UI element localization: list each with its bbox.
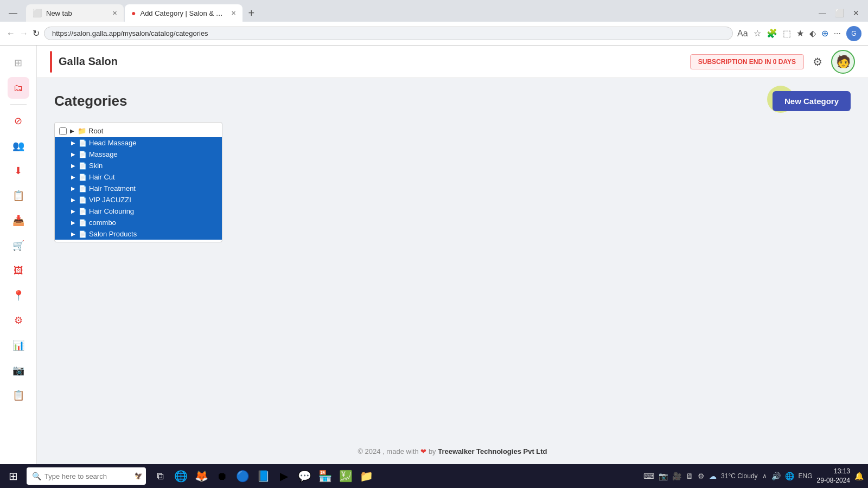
bookmark-icon[interactable]: ☆ <box>754 28 761 38</box>
tab-title: New tab <box>46 9 72 17</box>
page-header: Categories New Category <box>54 91 851 111</box>
item-toggle-1[interactable]: ▶ <box>70 151 76 157</box>
search-input[interactable] <box>44 472 131 480</box>
item-file-icon-3: 📄 <box>79 174 87 181</box>
cloud-icon[interactable]: ☁ <box>709 472 717 480</box>
item-toggle-0[interactable]: ▶ <box>70 140 76 146</box>
item-label-0: Head Massage <box>89 139 136 147</box>
tab-close[interactable]: ✕ <box>112 10 117 17</box>
more-btn[interactable]: ··· <box>834 29 841 38</box>
sidebar-icon-cart[interactable]: 🛒 <box>8 235 29 256</box>
minimize-btn[interactable]: — <box>819 9 826 17</box>
sidebar-icon-home[interactable]: ⊞ <box>8 52 29 74</box>
sidebar-icon-camera[interactable]: 📷 <box>8 359 29 381</box>
app-container: ⊞ 🗂 ⊘ 👥 ⬇ 📋 📥 🛒 🖼 📍 ⚙ 📊 📷 📋 Galla Salon … <box>0 46 868 464</box>
volume-icon[interactable]: 🔊 <box>771 472 781 480</box>
tab-new-tab[interactable]: ⬜ New tab ✕ <box>26 4 124 22</box>
split-icon[interactable]: ⬚ <box>783 28 791 38</box>
taskbar-search[interactable]: 🔍 🦅 <box>27 467 146 485</box>
new-tab-button[interactable]: + <box>244 7 259 20</box>
item-toggle-7[interactable]: ▶ <box>70 220 76 226</box>
lang-label: ENG <box>799 472 813 480</box>
root-file-icon: 📁 <box>78 127 86 135</box>
tree-item-4[interactable]: ▶ 📄 Hair Treatment <box>55 183 222 194</box>
network-icon[interactable]: 🌐 <box>785 472 794 480</box>
sidebar-icon-report[interactable]: 📊 <box>8 335 29 356</box>
start-button[interactable]: ⊞ <box>4 467 22 485</box>
item-toggle-4[interactable]: ▶ <box>70 185 76 191</box>
tree-item-6[interactable]: ▶ 📄 Hair Colouring <box>55 206 222 217</box>
notification-icon[interactable]: 🔔 <box>854 472 864 480</box>
tree-item-2[interactable]: ▶ 📄 Skin <box>55 160 222 171</box>
monitor-icon[interactable]: 🖥 <box>686 472 693 480</box>
tree-item-7[interactable]: ▶ 📄 commbo <box>55 217 222 228</box>
settings-icon[interactable]: ⚙ <box>813 55 822 68</box>
item-file-icon-7: 📄 <box>79 219 87 227</box>
tab-active[interactable]: ● Add Category | Salon & Spa Man... ✕ <box>125 4 242 22</box>
close-btn[interactable]: ✕ <box>853 9 859 17</box>
tree-item-1[interactable]: ▶ 📄 Massage <box>55 149 222 160</box>
fav-icon[interactable]: ★ <box>796 28 804 38</box>
item-toggle-6[interactable]: ▶ <box>70 208 76 214</box>
extension-icon[interactable]: 🧩 <box>767 28 777 38</box>
url-input[interactable]: https://salon.galla.app/mysalon/catalog/… <box>44 27 733 40</box>
tree-root-row[interactable]: ▶ 📁 Root <box>55 125 222 137</box>
expand-tray-icon[interactable]: ∧ <box>762 472 767 480</box>
browser-user-avatar[interactable]: G <box>846 26 861 41</box>
camera-tray-icon[interactable]: 📷 <box>659 472 668 480</box>
taskbar-multitask[interactable]: ⧉ <box>150 466 170 486</box>
page-body: Categories New Category ▶ 📁 Root <box>37 78 868 464</box>
collection-icon[interactable]: ⬖ <box>809 28 816 38</box>
sidebar-icon-alert[interactable]: ⊘ <box>8 110 29 132</box>
item-toggle-3[interactable]: ▶ <box>70 174 76 180</box>
item-label-2: Skin <box>89 162 103 170</box>
reader-mode-icon[interactable]: Aa <box>737 29 748 38</box>
tab-title-active: Add Category | Salon & Spa Man... <box>140 9 227 17</box>
video-icon[interactable]: 🎥 <box>672 472 681 480</box>
sidebar-icon-download2[interactable]: 📥 <box>8 210 29 232</box>
tree-item-8[interactable]: ▶ 📄 Salon Products <box>55 228 222 240</box>
sidebar-icon-notes[interactable]: 📋 <box>8 185 29 207</box>
root-toggle[interactable]: ▶ <box>69 128 75 134</box>
back-btn[interactable]: ← <box>7 29 15 38</box>
root-checkbox[interactable] <box>59 127 67 135</box>
tree-item-0[interactable]: ▶ 📄 Head Massage <box>55 137 222 149</box>
gear-tray-icon[interactable]: ⚙ <box>698 472 705 480</box>
sidebar-toggle-btn[interactable]: — <box>4 4 22 22</box>
tree-panel: ▶ 📁 Root ▶ 📄 Head Massage ▶ 📄 Massage <box>54 122 222 242</box>
forward-btn[interactable]: → <box>20 29 28 38</box>
item-toggle-2[interactable]: ▶ <box>70 163 76 169</box>
time-display: 13:13 29-08-2024 <box>817 467 850 485</box>
taskbar-edge[interactable]: 🌐 <box>171 466 190 486</box>
sidebar-icon-catalog[interactable]: 🗂 <box>8 77 29 99</box>
taskbar-recording[interactable]: ⏺ <box>212 466 232 486</box>
user-avatar[interactable]: 🧑 <box>831 50 855 74</box>
taskbar-firefox[interactable]: 🦊 <box>192 466 211 486</box>
new-category-button[interactable]: New Category <box>773 91 851 111</box>
keyboard-icon[interactable]: ⌨ <box>643 472 654 480</box>
item-toggle-8[interactable]: ▶ <box>70 231 76 237</box>
sidebar-icon-location[interactable]: 📍 <box>8 285 29 306</box>
sidebar-icon-download[interactable]: ⬇ <box>8 160 29 182</box>
sidebar-icon-settings[interactable]: ⚙ <box>8 310 29 331</box>
reload-btn[interactable]: ↻ <box>33 28 40 38</box>
taskbar-facebook[interactable]: 📘 <box>253 466 273 486</box>
edge-icon[interactable]: ⊕ <box>821 28 828 38</box>
taskbar-chrome[interactable]: 🔵 <box>233 466 252 486</box>
item-toggle-5[interactable]: ▶ <box>70 197 76 203</box>
taskbar-store[interactable]: 🏪 <box>315 466 335 486</box>
taskbar-finance[interactable]: 💹 <box>336 466 355 486</box>
app-header: Galla Salon SUBSCRIPTION END IN 0 DAYS ⚙… <box>37 46 868 78</box>
tree-item-3[interactable]: ▶ 📄 Hair Cut <box>55 171 222 183</box>
sidebar-divider <box>10 104 27 105</box>
taskbar-skype[interactable]: 💬 <box>295 466 314 486</box>
sidebar: ⊞ 🗂 ⊘ 👥 ⬇ 📋 📥 🛒 🖼 📍 ⚙ 📊 📷 📋 <box>0 46 37 464</box>
tab-close-active[interactable]: ✕ <box>231 10 236 17</box>
maximize-btn[interactable]: ⬜ <box>835 9 844 17</box>
sidebar-icon-users[interactable]: 👥 <box>8 135 29 157</box>
sidebar-icon-list[interactable]: 📋 <box>8 384 29 406</box>
taskbar-youtube[interactable]: ▶ <box>274 466 293 486</box>
taskbar-files[interactable]: 📁 <box>356 466 376 486</box>
sidebar-icon-photo[interactable]: 🖼 <box>8 260 29 281</box>
tree-item-5[interactable]: ▶ 📄 VIP JACUZZI <box>55 194 222 206</box>
